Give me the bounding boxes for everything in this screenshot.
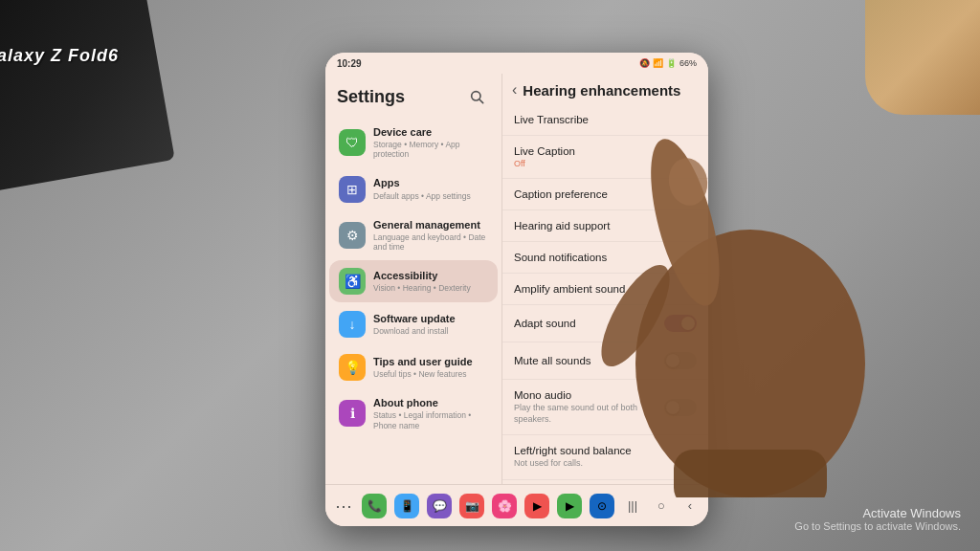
svg-line-1 <box>479 99 483 103</box>
grid-menu-button[interactable]: ⋯ <box>333 496 354 517</box>
hearing-item-live-transcribe[interactable]: Live Transcribe <box>502 104 708 136</box>
camera-nav-button[interactable]: 📷 <box>459 494 484 518</box>
youtube-nav-button[interactable]: ▶ <box>524 494 549 518</box>
mono-audio-desc: Play the same sound out of both speakers… <box>514 403 664 425</box>
tips-title: Tips and user guide <box>373 356 488 368</box>
phone-box: Galaxy Z Fold6 <box>0 0 175 192</box>
battery-percent: 66% <box>679 58 697 68</box>
about-phone-icon: ℹ <box>339 400 366 427</box>
software-update-subtitle: Download and install <box>373 326 488 336</box>
signal-icon: 📶 <box>653 58 663 68</box>
hearing-item-adapt-sound[interactable]: Adapt sound <box>502 305 708 342</box>
hearing-item-mute-all-sounds[interactable]: Mute all sounds <box>502 342 708 380</box>
adapt-sound-toggle[interactable] <box>664 315 697 332</box>
nav-bar: ⋯📞📱💬📷🌸▶▶⊙|||○‹ <box>325 484 708 526</box>
accessibility-icon: ♿ <box>339 268 366 295</box>
phone-nav-button[interactable]: 📞 <box>362 494 387 518</box>
contacts-nav-button[interactable]: 📱 <box>394 494 419 518</box>
mute-all-sounds-toggle[interactable] <box>664 352 697 369</box>
live-caption-subtitle: Off <box>514 159 575 168</box>
activate-windows-title: Activate Windows <box>794 506 961 520</box>
settings-item-software-update[interactable]: ↓Software updateDownload and install <box>329 303 498 345</box>
general-management-subtitle: Language and keyboard • Date and time <box>373 232 488 252</box>
battery-icon: 🔋 <box>666 58 677 68</box>
live-transcribe-title: Live Transcribe <box>514 114 589 125</box>
mute-all-sounds-title: Mute all sounds <box>514 355 591 366</box>
mono-audio-toggle[interactable] <box>664 399 697 416</box>
software-update-icon: ↓ <box>339 311 366 338</box>
adapt-sound-title: Adapt sound <box>514 318 576 329</box>
device-care-subtitle: Storage • Memory • App protection <box>373 140 488 159</box>
apps-subtitle: Default apps • App settings <box>373 191 488 201</box>
mono-audio-title: Mono audio <box>514 389 664 401</box>
hearing-item-sound-notifications[interactable]: Sound notifications <box>502 242 708 274</box>
live-caption-title: Live Caption <box>514 145 575 157</box>
play-nav-button[interactable]: ▶ <box>557 494 582 518</box>
device-care-title: Device care <box>373 126 488 139</box>
settings-item-general-management[interactable]: ⚙General managementLanguage and keyboard… <box>329 211 498 260</box>
settings-list: 🛡Device careStorage • Memory • App prote… <box>325 116 501 484</box>
apps-title: Apps <box>373 177 488 189</box>
hearing-item-caption-preference[interactable]: Caption preference <box>502 179 708 210</box>
hearing-aid-support-title: Hearing aid support <box>514 220 610 231</box>
about-phone-title: About phone <box>373 397 488 409</box>
activate-windows-subtitle: Go to Settings to activate Windows. <box>794 520 961 532</box>
settings-item-about-phone[interactable]: ℹAbout phoneStatus • Legal information •… <box>329 389 498 438</box>
settings-item-accessibility[interactable]: ♿AccessibilityVision • Hearing • Dexteri… <box>329 260 498 302</box>
left-right-balance-title: Left/right sound balance <box>514 445 632 456</box>
top-right-decoration <box>865 0 980 115</box>
mute-icon: 🔕 <box>639 58 650 68</box>
status-bar: 10:29 🔕 📶 🔋 66% <box>325 53 708 74</box>
hearing-item-mono-audio[interactable]: Mono audioPlay the same sound out of bot… <box>502 380 708 435</box>
hearing-header: ‹ Hearing enhancements <box>502 74 708 104</box>
caption-preference-title: Caption preference <box>514 188 608 200</box>
device-care-icon: 🛡 <box>339 129 366 156</box>
samsung-nav-button[interactable]: ⊙ <box>590 494 614 518</box>
settings-item-device-care[interactable]: 🛡Device careStorage • Memory • App prote… <box>329 119 498 167</box>
activate-windows-watermark: Activate Windows Go to Settings to activ… <box>794 506 961 532</box>
left-right-balance-desc: Not used for calls. <box>514 458 632 470</box>
phone-content: Settings 🛡Device careStorage • Memory • … <box>325 74 708 484</box>
back-button[interactable]: ‹ <box>679 496 701 517</box>
tips-icon: 💡 <box>339 354 366 381</box>
search-button[interactable] <box>463 83 490 110</box>
back-button[interactable]: ‹ <box>512 81 517 99</box>
settings-title: Settings <box>337 87 405 107</box>
settings-header: Settings <box>325 74 501 116</box>
hearing-item-left-right-balance[interactable]: Left/right sound balanceNot used for cal… <box>502 435 708 480</box>
status-icons: 🔕 📶 🔋 66% <box>639 58 697 68</box>
hearing-pane: ‹ Hearing enhancements Live TranscribeLi… <box>502 74 708 484</box>
status-time: 10:29 <box>337 58 362 69</box>
software-update-title: Software update <box>373 313 488 325</box>
hearing-item-amplify-ambient-sound[interactable]: Amplify ambient sound <box>502 274 708 305</box>
phone-device: 10:29 🔕 📶 🔋 66% Settings 🛡Dev <box>325 53 708 526</box>
hearing-list: Live TranscribeLive CaptionOffCaption pr… <box>502 104 708 484</box>
gallery-nav-button[interactable]: 🌸 <box>492 494 517 518</box>
amplify-ambient-sound-title: Amplify ambient sound <box>514 283 625 295</box>
general-management-title: General management <box>373 219 488 231</box>
tips-subtitle: Useful tips • New features <box>373 369 488 379</box>
home-button[interactable]: ○ <box>651 496 672 517</box>
hearing-item-hearing-aid-support[interactable]: Hearing aid support <box>502 210 708 242</box>
phone-box-label: Galaxy Z Fold6 <box>0 46 119 66</box>
apps-icon: ⊞ <box>339 176 366 203</box>
messages-nav-button[interactable]: 💬 <box>427 494 452 518</box>
settings-item-apps[interactable]: ⊞AppsDefault apps • App settings <box>329 168 498 210</box>
hearing-item-live-caption[interactable]: Live CaptionOff <box>502 136 708 179</box>
sound-notifications-title: Sound notifications <box>514 252 607 263</box>
settings-item-tips[interactable]: 💡Tips and user guideUseful tips • New fe… <box>329 346 498 388</box>
accessibility-subtitle: Vision • Hearing • Dexterity <box>373 283 488 293</box>
hearing-title: Hearing enhancements <box>523 82 680 99</box>
nav-bars-button[interactable]: ||| <box>622 496 643 517</box>
settings-pane: Settings 🛡Device careStorage • Memory • … <box>325 74 502 484</box>
general-management-icon: ⚙ <box>339 222 366 249</box>
accessibility-title: Accessibility <box>373 270 488 282</box>
about-phone-subtitle: Status • Legal information • Phone name <box>373 410 488 430</box>
